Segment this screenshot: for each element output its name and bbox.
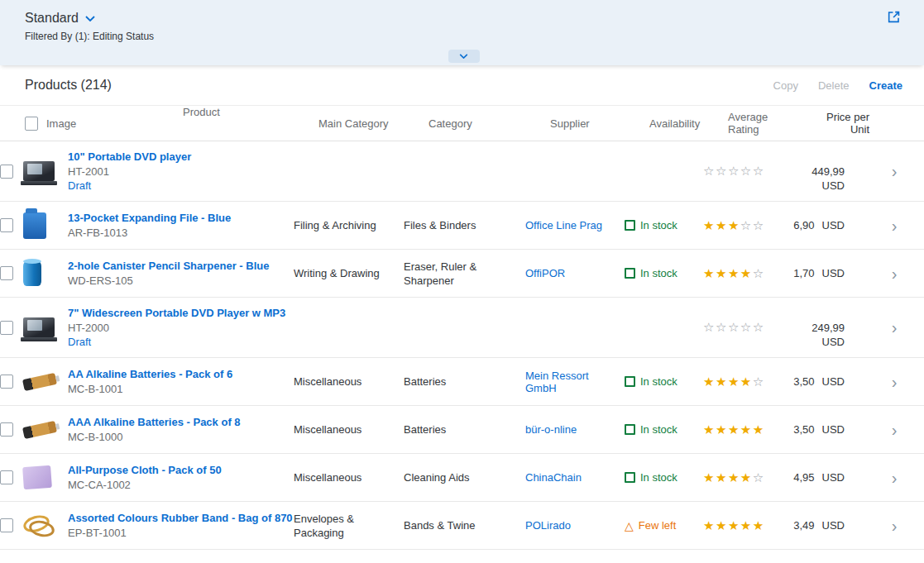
table-row[interactable]: 13-Pocket Expanding File - Blue AR-FB-10…	[0, 202, 924, 250]
variant-selector[interactable]: Standard	[25, 11, 95, 26]
share-button[interactable]	[885, 8, 902, 28]
product-name-link[interactable]: AAA Alkaline Batteries - Pack of 8	[68, 415, 241, 430]
column-header-average-rating: Average Rating	[728, 106, 807, 141]
availability-icon	[625, 220, 635, 231]
table-row[interactable]: 7" Widescreen Portable DVD Player w MP3 …	[0, 298, 924, 358]
row-checkbox[interactable]	[0, 321, 13, 335]
product-name-link[interactable]: 2-hole Canister Pencil Sharpener - Blue	[68, 259, 269, 274]
availability-status	[625, 306, 703, 349]
column-header-image: Image	[46, 106, 93, 141]
page-header-shell: Standard Filtered By (1): Editing Status	[0, 0, 924, 65]
price-per-unit: 449,99 USD	[782, 150, 864, 193]
chevron-right-icon[interactable]: ›	[892, 319, 898, 336]
product-id: WD-ERS-105	[68, 274, 133, 288]
supplier-link[interactable]: OffiPOR	[525, 267, 565, 279]
row-checkbox[interactable]	[0, 218, 13, 232]
supplier-link[interactable]: POLirado	[525, 519, 571, 532]
product-id: MC-CA-1002	[68, 479, 131, 492]
row-checkbox[interactable]	[0, 422, 13, 437]
supplier-link[interactable]: ChinaChain	[525, 471, 582, 484]
category-text: Eraser, Ruler & Sharpener	[404, 258, 525, 289]
product-draft-status: Draft	[68, 179, 91, 193]
price-currency: USD	[822, 179, 845, 193]
delete-button[interactable]: Delete	[818, 79, 850, 92]
product-name-link[interactable]: AA Alkaline Batteries - Pack of 6	[68, 367, 232, 382]
table-row[interactable]: Assorted Colours Rubber Band - Bag of 87…	[0, 502, 924, 550]
product-image	[23, 212, 46, 239]
availability-icon	[625, 424, 635, 435]
variant-title: Standard	[25, 11, 79, 26]
table-body: 10" Portable DVD player HT-2001 Draft ☆☆…	[0, 141, 924, 563]
table-title: Products (214)	[25, 78, 112, 93]
product-id: HT-2000	[68, 322, 109, 335]
products-list-page: Standard Filtered By (1): Editing Status	[0, 0, 924, 563]
chevron-right-icon[interactable]: ›	[892, 470, 898, 486]
supplier-link[interactable]: Mein Ressort GmbH	[525, 370, 616, 394]
availability-text: In stock	[640, 423, 677, 436]
row-checkbox[interactable]	[0, 375, 13, 389]
column-header-product: Product	[93, 106, 318, 141]
average-rating-stars: ★★★★☆	[703, 366, 782, 397]
select-all-checkbox[interactable]	[25, 117, 38, 131]
chevron-right-icon[interactable]: ›	[892, 422, 898, 438]
table-row[interactable]: AAA Alkaline Batteries - Pack of 8 MC-B-…	[0, 406, 924, 454]
table-row[interactable]: All-Purpose Cloth - Pack of 50 MC-CA-100…	[0, 454, 924, 502]
price-amount: 249,99	[811, 321, 845, 335]
supplier-link[interactable]: Office Line Prag	[525, 219, 602, 231]
row-checkbox[interactable]	[0, 518, 13, 532]
product-id: EP-BT-1001	[68, 527, 127, 540]
table-row[interactable]: 10" Portable DVD player HT-2001 Draft ☆☆…	[0, 141, 924, 202]
product-image	[22, 465, 52, 489]
row-checkbox[interactable]	[0, 470, 13, 484]
category-text	[404, 558, 525, 563]
product-name-link[interactable]: 7" Widescreen Portable DVD Player w MP3	[68, 306, 285, 321]
column-header-supplier: Supplier	[550, 106, 649, 141]
product-image	[23, 161, 55, 181]
product-id: MC-B-1000	[68, 431, 122, 444]
chevron-right-icon[interactable]: ›	[892, 265, 898, 282]
product-image	[23, 261, 41, 286]
price-amount: 449,99	[811, 165, 845, 179]
row-checkbox[interactable]	[0, 165, 13, 179]
availability-text: In stock	[640, 375, 677, 388]
product-image	[22, 372, 57, 390]
product-image	[23, 317, 55, 337]
availability-icon	[625, 268, 635, 279]
filter-summary[interactable]: Filtered By (1): Editing Status	[25, 31, 902, 44]
price-currency: USD	[822, 519, 845, 532]
main-category-text: Miscellaneous	[294, 462, 404, 493]
average-rating-stars: ★★★★☆	[703, 258, 782, 289]
availability-status: In stock	[625, 210, 703, 241]
availability-status: In stock	[625, 462, 703, 493]
product-name-link[interactable]: 13-Pocket Expanding File - Blue	[68, 211, 231, 226]
availability-icon	[625, 520, 634, 532]
table-row[interactable]: AA Alkaline Batteries - Pack of 6 MC-B-1…	[0, 358, 924, 406]
collapse-header-button[interactable]	[448, 50, 480, 63]
price-currency: USD	[822, 423, 845, 436]
row-checkbox[interactable]	[0, 266, 13, 280]
column-header-price: Price per Unit	[807, 106, 889, 141]
column-header-row: Image Product Main Category Category Sup…	[0, 106, 924, 141]
chevron-right-icon[interactable]: ›	[892, 217, 898, 234]
share-icon	[887, 14, 901, 26]
copy-button[interactable]: Copy	[773, 79, 798, 92]
chevron-right-icon[interactable]: ›	[892, 163, 898, 179]
availability-icon	[625, 376, 635, 387]
category-text	[404, 150, 525, 193]
table-row[interactable]: Black Bottom Paper Carrier - Pack of 250…	[0, 550, 924, 563]
product-name-link[interactable]: All-Purpose Cloth - Pack of 50	[68, 463, 222, 478]
column-header-category: Category	[428, 106, 550, 141]
product-name-link[interactable]: 10" Portable DVD player	[68, 150, 191, 165]
average-rating-stars: ★★★★★	[703, 510, 782, 541]
product-name-link[interactable]: Assorted Colours Rubber Band - Bag of 87…	[68, 511, 293, 526]
availability-status: In stock	[625, 366, 703, 397]
average-rating-stars: ★★★☆☆	[703, 210, 782, 241]
availability-text: In stock	[640, 267, 677, 279]
table-row[interactable]: 2-hole Canister Pencil Sharpener - Blue …	[0, 250, 924, 298]
availability-status: In stock	[625, 414, 703, 445]
chevron-right-icon[interactable]: ›	[892, 518, 898, 534]
chevron-right-icon[interactable]: ›	[892, 374, 898, 390]
supplier-link[interactable]: bür-o-nline	[525, 423, 577, 436]
price-per-unit: 1,70 USD	[782, 258, 864, 289]
create-button[interactable]: Create	[869, 79, 902, 92]
